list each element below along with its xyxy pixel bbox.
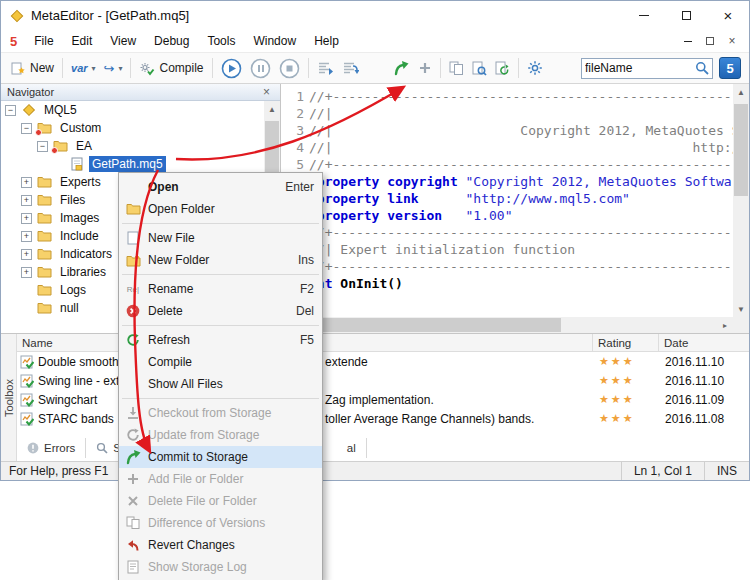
tree-expander-icon[interactable]: − (5, 105, 16, 116)
context-menu-item-refresh[interactable]: RefreshF5 (119, 329, 322, 351)
column-header-rating[interactable]: Rating (593, 334, 659, 352)
menu-item-label: Add File or Folder (148, 472, 243, 486)
context-menu-item-show-all-files[interactable]: Show All Files (119, 373, 322, 395)
menu-window[interactable]: Window (244, 30, 305, 52)
codebase-item-date: 2016.11.09 (659, 390, 749, 409)
toolbox-tab-label: al (347, 442, 356, 454)
menu-view[interactable]: View (101, 30, 145, 52)
status-insert-mode: INS (704, 462, 749, 480)
step-into-button[interactable] (313, 55, 338, 81)
menu-help[interactable]: Help (305, 30, 348, 52)
scroll-right-icon[interactable]: ▸ (717, 317, 733, 333)
toolbox-side-tab[interactable]: Toolbox (1, 334, 17, 461)
tree-item-label: Images (57, 210, 102, 226)
tree-expander-icon[interactable]: + (21, 213, 32, 224)
context-menu-item-commit-to-storage[interactable]: Commit to Storage (119, 446, 322, 468)
context-menu-item-compile[interactable]: Compile (119, 351, 322, 373)
tree-expander-icon[interactable]: − (37, 141, 48, 152)
step-over-button[interactable] (338, 55, 363, 81)
code-text: #property version "1.00" (309, 207, 733, 224)
mql5-community-button[interactable]: 5 (719, 57, 741, 79)
toolbox-tab-errors[interactable]: Errors (17, 438, 86, 458)
menu-tools[interactable]: Tools (198, 30, 244, 52)
maximize-button[interactable] (665, 1, 707, 30)
context-menu-item-revert-changes[interactable]: Revert Changes (119, 534, 322, 556)
tree-expander-icon[interactable]: + (21, 249, 32, 260)
close-button[interactable]: × (707, 1, 749, 30)
column-header-date[interactable]: Date (659, 334, 749, 352)
status-bar: For Help, press F1 Ln 1, Col 1 INS (1, 461, 749, 480)
context-menu-item-update-from-storage: Update from Storage (119, 424, 322, 446)
context-menu-item-open[interactable]: OpenEnter (119, 176, 322, 198)
commit-storage-icon (123, 449, 143, 466)
new-button[interactable]: New (7, 55, 58, 81)
scroll-down-icon[interactable]: ▼ (733, 301, 749, 317)
context-menu-item-new-file[interactable]: New File (119, 227, 322, 249)
compile-button[interactable]: Compile (135, 55, 207, 81)
context-menu-item-open-folder[interactable]: Open Folder (119, 198, 322, 220)
scrollbar-thumb[interactable] (265, 121, 279, 173)
mdi-close-button[interactable]: × (721, 32, 743, 50)
editor-vertical-scrollbar[interactable]: ▲ ▼ (733, 84, 749, 317)
search-icon[interactable] (695, 61, 709, 75)
column-header-name[interactable]: Name (17, 334, 131, 352)
mdi-restore-button[interactable] (699, 32, 721, 50)
insert-snippet-button[interactable]: ↪ ▾ (100, 55, 127, 81)
search-input[interactable] (585, 61, 695, 75)
step-into-icon (317, 61, 334, 76)
search-in-files-button[interactable] (468, 55, 491, 81)
editor-horizontal-scrollbar[interactable]: ◂ ▸ (281, 317, 733, 333)
scroll-up-icon[interactable]: ▲ (264, 101, 280, 117)
var-icon: var (71, 62, 88, 74)
minimize-button[interactable] (623, 1, 665, 30)
rename-icon: Re| (123, 281, 143, 298)
mdi-minimize-button[interactable] (677, 32, 699, 50)
tree-expander-icon[interactable]: − (21, 123, 32, 134)
tree-item-getpath-mq5[interactable]: GetPath.mq5 (1, 155, 264, 173)
scrollbar-thumb[interactable] (299, 318, 561, 332)
scroll-up-icon[interactable]: ▲ (733, 84, 749, 100)
context-menu-item-new-folder[interactable]: New FolderIns (119, 249, 322, 271)
context-menu-item-rename[interactable]: Re|RenameF2 (119, 278, 322, 300)
toolbar: New var ▾ ↪ ▾ Compile (1, 52, 749, 84)
commit-to-storage-button[interactable] (389, 55, 414, 81)
start-debug-button[interactable] (217, 55, 246, 81)
tree-expander-icon[interactable]: + (21, 231, 32, 242)
tree-item-custom[interactable]: −Custom (1, 119, 264, 137)
tree-expander-icon[interactable]: + (21, 267, 32, 278)
code-line: 2//| GetPath.mq5 | (281, 105, 733, 122)
toolbox-tab-label: Errors (44, 442, 75, 454)
menu-debug[interactable]: Debug (145, 30, 198, 52)
toolbox-tab-al[interactable]: al (337, 438, 367, 458)
tree-item-mql5[interactable]: −MQL5 (1, 101, 264, 119)
context-menu-item-delete[interactable]: DeleteDel (119, 300, 322, 322)
new-file-icon (11, 61, 26, 76)
navigator-close-button[interactable]: × (259, 87, 274, 98)
settings-button[interactable] (523, 55, 547, 81)
tree-item-ea[interactable]: −EA (1, 137, 264, 155)
insert-variable-button[interactable]: var ▾ (67, 55, 100, 81)
compile-icon (139, 61, 155, 76)
line-number: 1 (281, 88, 309, 105)
stop-debug-button[interactable] (275, 55, 304, 81)
rating-stars-icon: ★★★ (593, 352, 659, 371)
add-to-storage-button[interactable] (414, 55, 436, 81)
scrollbar-thumb[interactable] (734, 104, 748, 196)
code-line: 10//| Expert initialization function | (281, 241, 733, 258)
tree-item-label: GetPath.mq5 (89, 156, 166, 172)
tree-item-label: Libraries (57, 264, 109, 280)
code-area[interactable]: 1//+------------------------------------… (281, 84, 733, 317)
status-cursor-position: Ln 1, Col 1 (621, 462, 704, 480)
menu-item-shortcut: F5 (300, 333, 314, 347)
delete-file-icon (123, 493, 143, 510)
copy-button[interactable] (445, 55, 468, 81)
menu-file[interactable]: File (25, 30, 62, 52)
pause-debug-button[interactable] (246, 55, 275, 81)
tree-expander-icon[interactable]: + (21, 195, 32, 206)
refresh-file-button[interactable] (491, 55, 514, 81)
menu-edit[interactable]: Edit (63, 30, 102, 52)
tree-expander-icon[interactable]: + (21, 177, 32, 188)
menu-item-label: Open (148, 180, 179, 194)
menu-separator (122, 223, 319, 224)
mdi-minimize-icon (684, 41, 692, 42)
